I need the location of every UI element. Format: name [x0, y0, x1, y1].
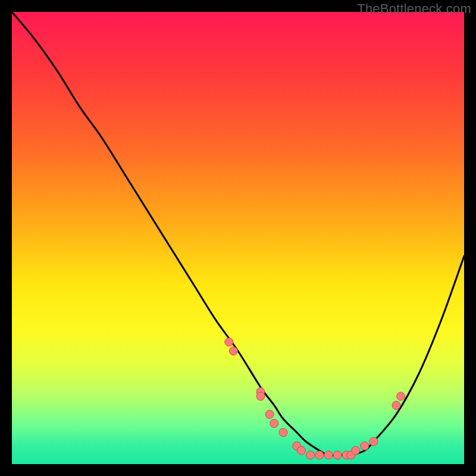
bottleneck-curve: [12, 12, 464, 455]
data-point: [315, 451, 324, 459]
data-point: [397, 392, 405, 400]
data-point: [306, 451, 315, 459]
data-point: [229, 347, 237, 355]
data-point: [333, 451, 342, 459]
data-point: [352, 446, 360, 455]
data-point: [361, 442, 369, 450]
plot-frame: [12, 12, 464, 464]
data-point: [324, 451, 333, 459]
chart-stage: TheBottleneck.com: [0, 0, 476, 476]
chart-svg: [12, 12, 464, 464]
data-point: [392, 401, 400, 409]
data-point: [297, 446, 305, 455]
watermark-text: TheBottleneck.com: [357, 1, 471, 17]
data-point: [225, 338, 233, 346]
data-point: [369, 437, 378, 446]
data-point: [279, 428, 287, 437]
data-point: [270, 419, 278, 428]
data-point: [265, 410, 274, 418]
data-point: [256, 392, 265, 400]
